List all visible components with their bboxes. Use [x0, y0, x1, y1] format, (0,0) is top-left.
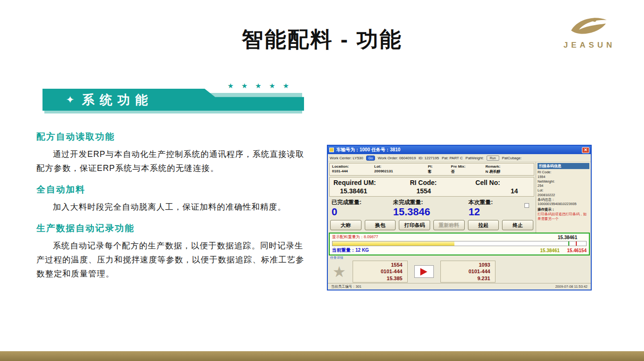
close-button[interactable]: ✕ [582, 147, 589, 153]
sidebar-net-label: NetWeight: [538, 179, 589, 184]
barcode-sidebar-header: 扫描条码信息 [538, 163, 589, 169]
go-button[interactable]: Go [366, 156, 375, 161]
target-tick-green [568, 241, 569, 246]
location-label: Location: [332, 164, 374, 169]
progress-limit-values: 15.38461 15.46154 [540, 248, 587, 253]
current-weight-readout: 当前重量：12 KG [332, 247, 369, 254]
progress-target-value: 15.38461 [558, 235, 587, 240]
button-pull-up[interactable]: 拉起 [468, 220, 499, 230]
item-location: 0101-444 [358, 268, 403, 275]
task-detail-label: 任务详情 [328, 255, 591, 260]
id-label: ID: 1227195 [418, 156, 439, 160]
sidebar-lot-label: Lot: [538, 188, 589, 193]
cell-no-value: 14 [475, 187, 530, 195]
item-code: 1093 [446, 262, 490, 268]
sidebar-hint-label: 操作提示： [538, 207, 589, 212]
employee-id-status: 当前员工编号：301 [331, 284, 361, 289]
lot-value: 200902131 [374, 169, 428, 174]
item-code: 1554 [358, 262, 403, 268]
remaining-weight-value: 15.3846 [393, 206, 469, 217]
progress-top-row: 显示配料重量为：8.09877 15.38461 [332, 234, 587, 240]
remaining-weight: 未完成重量: 15.3846 [393, 198, 469, 217]
button-print-barcode[interactable]: 打印条码 [399, 220, 430, 230]
progress-bar [332, 241, 587, 246]
done-weight-label: 已完成重量: [332, 198, 393, 206]
button-stop[interactable]: 终止 [502, 220, 533, 230]
limit-tick-red [576, 241, 577, 246]
button-reweigh[interactable]: 重新称料 [433, 220, 465, 230]
pat-weight-label: PatWeight: [466, 156, 484, 160]
pat-label: Pat: PART C [442, 156, 463, 160]
done-weight: 已完成重量: 0 [332, 198, 393, 217]
current-weight-label: 本次重量: [468, 198, 524, 206]
sidebar-net-value: 254 [538, 184, 589, 188]
content-column: 配方自动读取功能 通过开发ERP与本自动化生产控制系统的通讯程序，系统直接读取配… [36, 122, 311, 281]
pi-label: PI: [428, 164, 451, 169]
weight-checkbox[interactable] [524, 203, 529, 208]
sidebar-barcode-label: 条码信息： [538, 198, 589, 202]
progress-mid-value: 15.38461 [540, 248, 560, 253]
progress-fill [333, 241, 454, 246]
item-weight: 15.385 [358, 275, 403, 282]
cell-no-label: Cell No: [475, 179, 530, 186]
ri-code-label: RI Code: [410, 179, 475, 186]
job-info-panel: Location: Lot: PI: Pre Mix: Remark: 0101… [329, 163, 534, 176]
task-item-next: 1093 0101-444 9.231 [440, 261, 495, 283]
premix-label: Pre Mix: [451, 164, 486, 169]
jeasun-logo: JEASUN [559, 14, 620, 50]
app-window: 车输号为：1000 任务号：3810 ✕ Work Center: LY530 … [327, 145, 592, 290]
current-weight-value: 12 [468, 206, 524, 217]
task-items-row: ★ 1554 0101-444 15.385 1093 0101-444 9.2… [328, 260, 591, 283]
required-um-label: Required UM: [333, 179, 410, 186]
play-button[interactable] [414, 265, 434, 278]
section-heading-datarecord: 生产数据自动记录功能 [36, 222, 311, 234]
remark-label: Remark: [485, 164, 531, 169]
done-weight-value: 0 [332, 206, 393, 217]
logo-text: JEASUN [559, 41, 620, 50]
logo-swoosh-icon [566, 32, 613, 40]
ri-code-value: 1554 [410, 187, 475, 195]
progress-max-value: 15.46154 [567, 248, 587, 253]
sidebar-hint-text: 打印条码后请遮挡打印条码，如果需要另一个 [538, 212, 589, 221]
play-icon [420, 268, 427, 276]
section-body-recipe: 通过开发ERP与本自动化生产控制系统的通讯程序，系统直接读取配方参数，保证ERP… [36, 147, 311, 175]
barcode-sidebar: 扫描条码信息 RI Code: 1554 NetWeight: 254 Lot:… [536, 162, 591, 233]
app-statusbar: 当前员工编号：301 2009-07-08 11:53:42 [328, 283, 591, 290]
app-main-row: Location: Lot: PI: Pre Mix: Remark: 0101… [328, 162, 591, 233]
slide: 智能配料 - 功能 JEASUN ✦ 系统功能 ★ ★ ★ ★ ★ 配方自动读取… [0, 0, 644, 361]
required-um-value: 15.38461 [333, 187, 410, 195]
diamond-star-icon: ✦ [66, 94, 74, 106]
work-center-label: Work Center: LY530 [330, 156, 363, 160]
app-main-left: Location: Lot: PI: Pre Mix: Remark: 0101… [328, 162, 536, 233]
button-big-scale[interactable]: 大称 [330, 220, 361, 230]
task-item-current: 1554 0101-444 15.385 [353, 261, 408, 283]
work-order-label: Work Order: 06040919 [378, 156, 416, 160]
remark-value: N 易长醇 [485, 169, 531, 174]
section-heading-autofeed: 全自动加料 [36, 184, 311, 196]
item-location: 0101-444 [446, 268, 490, 275]
pi-value: 客 [428, 169, 451, 174]
button-change-pack[interactable]: 换包 [365, 220, 396, 230]
run-button[interactable]: Run [487, 156, 499, 161]
datetime-status: 2009-07-08 11:53:42 [555, 284, 587, 289]
required-panel: Required UM: RI Code: Cell No: 15.38461 … [329, 177, 534, 197]
action-buttons-row: 大称 换包 打印条码 重新称料 拉起 终止 [329, 219, 534, 231]
footer-bar [0, 351, 644, 361]
item-weight: 9.231 [446, 275, 490, 282]
page-title: 智能配料 - 功能 [0, 25, 644, 54]
lot-label: Lot: [374, 164, 428, 169]
weights-row: 已完成重量: 0 未完成重量: 15.3846 本次重量: 12 [329, 198, 534, 218]
app-icon [329, 148, 334, 152]
sidebar-barcode-value: 10000015540810223935 [538, 202, 589, 206]
app-toolbar: Work Center: LY530 Go Work Order: 060409… [328, 154, 591, 162]
premix-value: 否 [451, 169, 486, 174]
banner-label: 系统功能 [82, 92, 153, 108]
stars-decoration: ★ ★ ★ ★ ★ [227, 82, 292, 90]
sidebar-ri-value: 1554 [538, 175, 589, 179]
remaining-weight-label: 未完成重量: [393, 198, 469, 206]
pat-cubage-label: PatCubage: [502, 156, 522, 160]
banner: ✦ 系统功能 [42, 89, 304, 111]
app-titlebar: 车输号为：1000 任务号：3810 ✕ [328, 146, 591, 154]
star-icon: ★ [333, 265, 346, 279]
progress-display-label: 显示配料重量为：8.09877 [332, 234, 378, 240]
